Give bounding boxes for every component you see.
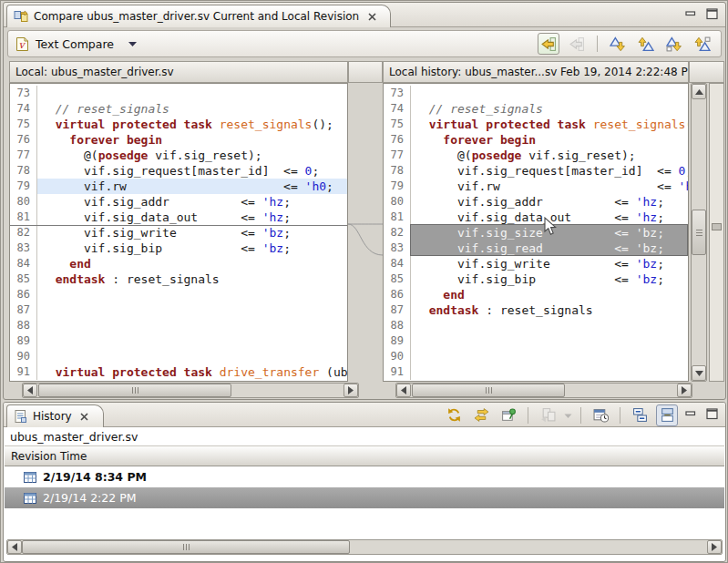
code-line-82[interactable]: 82 vif.sig_write <= 'bz; — [10, 225, 347, 241]
code-line-81[interactable]: 81 vif.sig_data_out <= 'hz; — [384, 210, 688, 225]
code-line-76[interactable]: 76 forever begin — [10, 132, 347, 148]
code-text[interactable]: vif.sig_write <= 'bz; — [37, 225, 347, 241]
code-text[interactable]: vif.sig_read <= 'bz; — [411, 241, 688, 256]
collapse-all-icon[interactable] — [629, 404, 651, 426]
code-line-88[interactable]: 88 — [10, 318, 347, 333]
code-text[interactable]: end — [37, 256, 347, 271]
code-line-90[interactable]: 90 — [10, 349, 347, 364]
code-line-74[interactable]: 74 // reset_signals — [384, 101, 688, 117]
code-line-86[interactable]: 86 — [10, 287, 347, 302]
refresh-icon[interactable] — [443, 404, 465, 426]
code-text[interactable]: virtual protected task reset_signals(); — [37, 117, 347, 132]
code-text[interactable]: vif.sig_addr <= 'hz; — [411, 194, 688, 210]
code-text[interactable]: // reset_signals — [37, 101, 347, 117]
horizontal-scroll-thumb[interactable] — [412, 384, 565, 397]
scroll-down-icon[interactable] — [692, 365, 706, 381]
code-text[interactable] — [411, 333, 688, 349]
scroll-right-icon[interactable] — [677, 384, 692, 397]
revision-time-column-header[interactable]: Revision Time — [5, 446, 724, 466]
code-text[interactable] — [411, 364, 688, 380]
code-line-85[interactable]: 85 vif.sig_bip <= 'bz; — [384, 271, 688, 287]
minimize-icon[interactable] — [683, 7, 698, 21]
horizontal-scroll-thumb[interactable] — [38, 384, 231, 397]
code-text[interactable] — [411, 349, 688, 364]
scroll-left-icon[interactable] — [23, 384, 37, 397]
code-text[interactable] — [37, 318, 347, 333]
code-line-73[interactable]: 73 — [384, 86, 688, 101]
code-text[interactable]: end — [411, 287, 688, 302]
copy-all-right-to-left-icon[interactable] — [538, 33, 559, 55]
vertical-scroll-thumb[interactable] — [692, 210, 706, 255]
code-line-84[interactable]: 84 end — [10, 256, 347, 271]
code-text[interactable]: vif.sig_data_out <= 'hz; — [37, 210, 347, 225]
code-text[interactable]: virtual protected task drive_transfer (u… — [37, 364, 347, 380]
left-pane-horizontal-scrollbar[interactable] — [22, 383, 359, 398]
code-text[interactable]: @(posedge vif.sig_reset); — [37, 148, 347, 163]
compare-editor-tab[interactable]: Compare ubus_master_driver.sv Current an… — [6, 5, 391, 27]
code-text[interactable]: vif.sig_addr <= 'hz; — [37, 194, 347, 210]
code-line-82[interactable]: 82 vif.sig_size <= 'bz; — [384, 225, 688, 241]
code-line-83[interactable]: 83 vif.sig_bip <= 'bz; — [10, 241, 347, 256]
vertical-view-icon[interactable] — [656, 404, 678, 426]
code-line-81[interactable]: 81 vif.sig_data_out <= 'hz; — [10, 210, 347, 225]
code-line-74[interactable]: 74 // reset_signals — [10, 101, 347, 117]
code-line-89[interactable]: 89 — [10, 333, 347, 349]
code-line-73[interactable]: 73 — [10, 86, 347, 101]
code-line-84[interactable]: 84 vif.sig_write <= 'bz; — [384, 256, 688, 271]
code-text[interactable] — [411, 86, 688, 101]
code-text[interactable]: vif.sig_write <= 'bz; — [411, 256, 688, 271]
horizontal-scroll-thumb[interactable] — [22, 540, 350, 554]
right-pane-horizontal-scrollbar[interactable] — [395, 383, 692, 398]
maximize-icon[interactable] — [705, 407, 720, 421]
group-by-date-icon[interactable] — [590, 404, 611, 426]
code-line-87[interactable]: 87 — [10, 302, 347, 318]
diff-overview-marker[interactable] — [712, 223, 722, 230]
code-line-77[interactable]: 77 @(posedge vif.sig_reset); — [384, 148, 688, 163]
code-line-79[interactable]: 79 vif.rw <= 'h0; — [384, 179, 688, 194]
minimize-icon[interactable] — [683, 407, 698, 421]
history-tab[interactable]: History — [6, 404, 104, 427]
previous-change-icon[interactable] — [692, 33, 713, 55]
code-line-78[interactable]: 78 vif.sig_request[master_id] <= 0; — [10, 163, 347, 179]
code-line-85[interactable]: 85 endtask : reset_signals — [10, 271, 347, 287]
code-line-77[interactable]: 77 @(posedge vif.sig_reset); — [10, 148, 347, 163]
code-line-76[interactable]: 76 forever begin — [384, 132, 688, 148]
code-text[interactable]: endtask : reset_signals — [37, 271, 347, 287]
scroll-up-icon[interactable] — [692, 84, 706, 99]
code-text[interactable]: virtual protected task reset_signals(); — [411, 117, 688, 132]
code-text[interactable] — [37, 287, 347, 302]
code-text[interactable]: vif.sig_request[master_id] <= 0; — [411, 163, 688, 179]
code-text[interactable]: vif.rw <= 'h0; — [37, 179, 347, 194]
code-line-90[interactable]: 90 — [384, 349, 688, 364]
code-text[interactable]: vif.sig_request[master_id] <= 0; — [37, 163, 347, 179]
scroll-left-icon[interactable] — [396, 384, 411, 397]
code-line-86[interactable]: 86 end — [384, 287, 688, 302]
code-text[interactable]: forever begin — [411, 132, 688, 148]
code-text[interactable]: vif.rw <= 'h0; — [411, 179, 688, 194]
code-line-91[interactable]: 91 — [384, 364, 688, 380]
code-line-80[interactable]: 80 vif.sig_addr <= 'hz; — [10, 194, 347, 210]
next-change-icon[interactable] — [663, 33, 685, 55]
code-text[interactable]: vif.sig_bip <= 'bz; — [37, 241, 347, 256]
close-icon[interactable] — [364, 9, 379, 24]
code-line-80[interactable]: 80 vif.sig_addr <= 'hz; — [384, 194, 688, 210]
code-line-83[interactable]: 83 vif.sig_read <= 'bz; — [384, 241, 688, 256]
history-horizontal-scrollbar[interactable] — [6, 539, 723, 555]
scroll-left-icon[interactable] — [7, 540, 22, 554]
code-line-79[interactable]: 79 vif.rw <= 'h0; — [10, 179, 347, 194]
overview-ruler[interactable] — [709, 83, 724, 382]
scroll-right-icon[interactable] — [707, 540, 722, 554]
code-line-88[interactable]: 88 — [384, 318, 688, 333]
code-text[interactable]: forever begin — [37, 132, 347, 148]
code-text[interactable] — [37, 86, 347, 101]
code-line-75[interactable]: 75 virtual protected task reset_signals(… — [10, 117, 347, 132]
code-text[interactable]: // reset_signals — [411, 101, 688, 117]
previous-difference-icon[interactable] — [635, 33, 657, 55]
code-line-78[interactable]: 78 vif.sig_request[master_id] <= 0; — [384, 163, 688, 179]
right-code-pane[interactable]: 7374 // reset_signals75 virtual protecte… — [383, 83, 689, 382]
chevron-down-icon[interactable] — [128, 40, 138, 47]
code-text[interactable] — [37, 302, 347, 318]
right-pane-vertical-scrollbar[interactable] — [691, 83, 707, 382]
code-text[interactable] — [411, 318, 688, 333]
code-line-91[interactable]: 91 virtual protected task drive_transfer… — [10, 364, 347, 380]
